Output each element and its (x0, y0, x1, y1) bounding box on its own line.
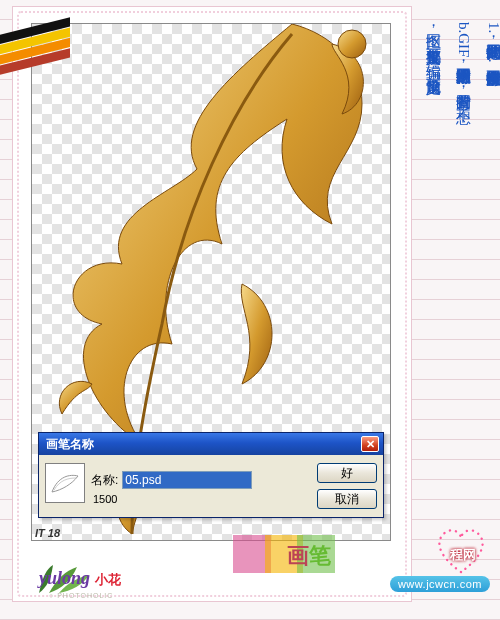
brush-name-dialog: 画笔名称 ✕ 名称: 15 (38, 432, 384, 518)
instruction-line-1: 抠图，都可直接定义画笔。编辑→定义画笔预设。 (422, 22, 446, 542)
brush-thumbnail (45, 463, 85, 503)
signature: yulong 小花 (39, 568, 121, 589)
brush-size-value: 1500 (91, 493, 309, 505)
pencils-decoration (0, 0, 70, 90)
cancel-button[interactable]: 取消 (317, 489, 377, 509)
instruction-text: 抠图，都可直接定义画笔。编辑→定义画笔预设。 b.GIF格式的透明背景不用抠图，… (422, 22, 482, 542)
dialog-title: 画笔名称 (43, 436, 361, 453)
ok-button[interactable]: 好 (317, 463, 377, 483)
big-word: 画笔 (287, 541, 331, 571)
photoshop-canvas[interactable]: 画笔名称 ✕ 名称: 15 (31, 23, 391, 541)
brush-name-input[interactable] (122, 471, 252, 489)
dialog-titlebar[interactable]: 画笔名称 ✕ (39, 433, 383, 455)
dialog-body: 名称: 1500 好 取消 (39, 455, 383, 517)
instruction-line-2: b.GIF格式的透明背景不用抠图，c.有背景的图，不想 (452, 22, 476, 542)
svg-point-4 (338, 30, 366, 58)
close-icon[interactable]: ✕ (361, 436, 379, 452)
main-frame: 画笔名称 ✕ 名称: 15 (12, 6, 412, 602)
name-label: 名称: (91, 472, 118, 489)
site-name: 程网 (450, 546, 476, 564)
site-url-badge[interactable]: www.jcwcn.com (390, 576, 490, 592)
instruction-line-3: 1.打开要做笔刷的图，a.没有杂色的白背景不用抠图. (482, 22, 500, 542)
corner-tag: IT 18 (35, 527, 60, 539)
